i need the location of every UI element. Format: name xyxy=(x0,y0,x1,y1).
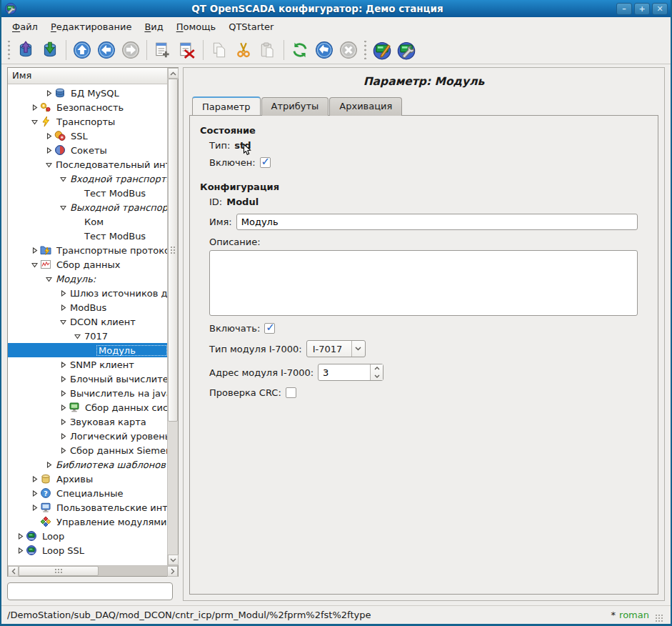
toolbar-handle[interactable] xyxy=(363,41,368,59)
go-up-button[interactable] xyxy=(70,38,94,62)
tree-hscroll-thumb[interactable] xyxy=(19,566,99,576)
resize-grip[interactable] xyxy=(655,614,663,622)
maximize-button[interactable]: + xyxy=(634,3,650,15)
expand-arrow-icon[interactable] xyxy=(44,462,54,468)
tree-item[interactable]: Вычислитель на java xyxy=(8,386,167,400)
collapse-arrow-icon[interactable] xyxy=(58,204,68,211)
expand-arrow-icon[interactable] xyxy=(58,433,68,439)
add-item-button[interactable] xyxy=(151,38,175,62)
tree-item[interactable]: Шлюз источников данных xyxy=(8,286,167,300)
menu-редактирование[interactable]: Редактирование xyxy=(44,19,138,34)
go-forward-button[interactable] xyxy=(119,38,143,62)
collapse-arrow-icon[interactable] xyxy=(44,162,54,168)
collapse-arrow-icon[interactable] xyxy=(58,319,68,325)
menu-qtstarter[interactable]: QTStarter xyxy=(222,19,280,34)
expand-arrow-icon[interactable] xyxy=(58,304,68,311)
scroll-up-icon[interactable] xyxy=(168,68,179,79)
save-to-db-button[interactable] xyxy=(38,38,62,62)
expand-arrow-icon[interactable] xyxy=(58,376,68,382)
tree-hscroll-track[interactable] xyxy=(19,566,167,576)
tree-item[interactable]: ModBus xyxy=(8,300,167,314)
to-enable-checkbox[interactable] xyxy=(264,323,275,334)
paste-item-button[interactable] xyxy=(256,38,280,62)
expand-arrow-icon[interactable] xyxy=(15,533,25,540)
tree-item[interactable]: Логический уровень xyxy=(8,429,167,443)
go-back-button[interactable] xyxy=(94,38,119,62)
tree-item[interactable]: Ком xyxy=(8,214,167,229)
expand-arrow-icon[interactable] xyxy=(58,390,68,397)
tree-item[interactable]: Последовательный интерфейс xyxy=(8,157,167,172)
expand-arrow-icon[interactable] xyxy=(44,147,54,154)
module-type-select[interactable]: I-7017 xyxy=(306,340,366,357)
menu-файл[interactable]: Файл xyxy=(6,19,44,34)
menu-помощь[interactable]: Помощь xyxy=(170,19,222,34)
tree-item[interactable]: Блочный вычислитель xyxy=(8,372,167,386)
minimize-button[interactable]: – xyxy=(616,3,632,15)
close-button[interactable]: ✕ xyxy=(652,3,668,15)
tree-item[interactable]: Сбор данных xyxy=(8,257,167,272)
expand-arrow-icon[interactable] xyxy=(29,104,39,111)
tree-item[interactable]: Сбор данных Siemens xyxy=(8,443,167,457)
collapse-arrow-icon[interactable] xyxy=(58,176,68,182)
cut-item-button[interactable] xyxy=(231,38,256,62)
collapse-arrow-icon[interactable] xyxy=(44,276,54,282)
start-button[interactable] xyxy=(312,38,336,62)
description-textarea[interactable] xyxy=(209,250,638,316)
tree-vertical-scrollbar[interactable] xyxy=(167,68,178,565)
load-from-db-button[interactable] xyxy=(14,38,38,62)
expand-arrow-icon[interactable] xyxy=(44,90,54,96)
expand-arrow-icon[interactable] xyxy=(58,447,68,454)
qtui-button[interactable] xyxy=(394,38,418,62)
tree-item[interactable]: Безопасность xyxy=(8,100,167,114)
expand-arrow-icon[interactable] xyxy=(58,362,68,368)
tree-item[interactable]: Тест ModBus xyxy=(8,229,167,243)
expand-arrow-icon[interactable] xyxy=(58,404,68,411)
tree-item[interactable]: Тест ModBus xyxy=(8,186,167,200)
tree-item[interactable]: Транспортные протоколы xyxy=(8,243,167,257)
tree-item[interactable]: Архивы xyxy=(8,472,167,486)
tree-item[interactable]: Управление модулями xyxy=(8,515,167,529)
expand-arrow-icon[interactable] xyxy=(15,547,25,554)
tree-item[interactable]: Loop SSL xyxy=(8,543,167,557)
spin-down-icon[interactable] xyxy=(371,372,383,380)
expand-arrow-icon[interactable] xyxy=(29,505,39,511)
scroll-down-icon[interactable] xyxy=(168,555,179,565)
collapse-arrow-icon[interactable] xyxy=(72,333,82,339)
expand-arrow-icon[interactable] xyxy=(29,476,39,482)
tree-item[interactable]: DCON клиент xyxy=(8,314,167,329)
scroll-left-icon[interactable] xyxy=(8,566,19,577)
tree-item[interactable]: Модуль xyxy=(8,343,167,357)
tree-item[interactable]: Loop xyxy=(8,529,167,543)
expand-arrow-icon[interactable] xyxy=(58,419,68,425)
expand-arrow-icon[interactable] xyxy=(29,247,39,254)
copy-item-button[interactable] xyxy=(207,38,231,62)
tree-item[interactable]: Модуль: xyxy=(8,272,167,286)
expand-arrow-icon[interactable] xyxy=(29,490,39,497)
delete-item-button[interactable] xyxy=(175,38,199,62)
collapse-arrow-icon[interactable] xyxy=(29,119,39,125)
stop-button[interactable] xyxy=(336,38,361,62)
spin-up-icon[interactable] xyxy=(371,364,383,372)
crc-checkbox[interactable] xyxy=(286,387,296,398)
enabled-checkbox[interactable] xyxy=(260,157,271,168)
menu-вид[interactable]: Вид xyxy=(138,19,169,34)
refresh-button[interactable] xyxy=(288,38,312,62)
name-input[interactable] xyxy=(236,214,638,230)
tree-item[interactable]: Входной транспорт: xyxy=(8,172,167,186)
tab-archiving[interactable]: Архивация xyxy=(329,97,402,116)
tree-item[interactable]: Сокеты xyxy=(8,143,167,157)
chevron-down-icon[interactable] xyxy=(351,341,365,357)
tree-horizontal-scrollbar[interactable] xyxy=(8,565,178,576)
tree-item[interactable]: 7017 xyxy=(8,329,167,343)
tree-vscroll-thumb[interactable] xyxy=(168,79,178,422)
tree-item[interactable]: SSL xyxy=(8,129,167,143)
tree-item[interactable]: ?Специальные xyxy=(8,486,167,500)
tree-vscroll-track[interactable] xyxy=(168,79,178,555)
module-addr-spinbox[interactable] xyxy=(318,364,383,381)
tree-item[interactable]: Звуковая карта xyxy=(8,414,167,429)
toolbar-handle[interactable] xyxy=(6,41,11,59)
tree-item[interactable]: Пользовательские интерфейсы xyxy=(8,500,167,515)
expand-arrow-icon[interactable] xyxy=(44,133,54,139)
collapse-arrow-icon[interactable] xyxy=(29,262,39,268)
qtcfg-button[interactable] xyxy=(370,38,394,62)
